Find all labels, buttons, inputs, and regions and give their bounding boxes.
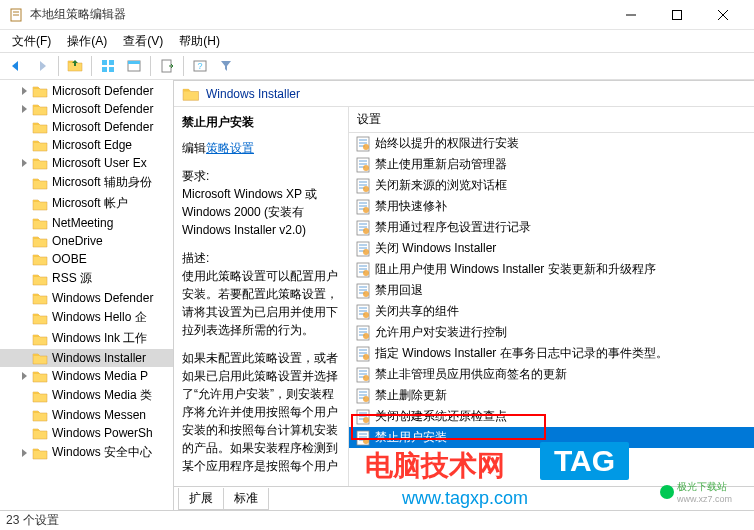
right-panel: Windows Installer 禁止用户安装 编辑策略设置 要求: Micr… xyxy=(174,80,754,510)
expand-icon[interactable] xyxy=(20,158,30,168)
expand-icon[interactable] xyxy=(20,334,30,344)
tree-item[interactable]: Microsoft Defender xyxy=(0,82,173,100)
menu-view[interactable]: 查看(V) xyxy=(115,31,171,52)
tree-item[interactable]: Microsoft Edge xyxy=(0,136,173,154)
expand-icon[interactable] xyxy=(20,122,30,132)
expand-icon[interactable] xyxy=(20,104,30,114)
expand-icon[interactable] xyxy=(20,199,30,209)
list-item[interactable]: 禁止删除更新 xyxy=(349,385,754,406)
list-item-label: 关闭 Windows Installer xyxy=(375,240,496,257)
tree-item[interactable]: Windows Media 类 xyxy=(0,385,173,406)
tree-item[interactable]: OOBE xyxy=(0,250,173,268)
list-item[interactable]: 禁止使用重新启动管理器 xyxy=(349,154,754,175)
filter-button[interactable] xyxy=(214,54,238,78)
toolbar: ? xyxy=(0,52,754,80)
policy-icon xyxy=(355,157,371,173)
up-button[interactable] xyxy=(63,54,87,78)
policy-icon xyxy=(355,199,371,215)
tree-item[interactable]: Windows Ink 工作 xyxy=(0,328,173,349)
expand-icon[interactable] xyxy=(20,236,30,246)
tab-extended[interactable]: 扩展 xyxy=(178,488,224,510)
list-item[interactable]: 禁止非管理员应用供应商签名的更新 xyxy=(349,364,754,385)
help-button[interactable]: ? xyxy=(188,54,212,78)
statusbar: 23 个设置 xyxy=(0,510,754,530)
minimize-button[interactable] xyxy=(608,0,654,30)
tab-standard[interactable]: 标准 xyxy=(223,488,269,510)
back-button[interactable] xyxy=(4,54,28,78)
list-item[interactable]: 始终以提升的权限进行安装 xyxy=(349,133,754,154)
expand-icon[interactable] xyxy=(20,428,30,438)
expand-icon[interactable] xyxy=(20,313,30,323)
list-item-label: 始终以提升的权限进行安装 xyxy=(375,135,519,152)
properties-button[interactable] xyxy=(122,54,146,78)
svg-rect-13 xyxy=(109,60,114,65)
list-item[interactable]: 禁止用户安装 xyxy=(349,427,754,448)
description-label: 描述: xyxy=(182,249,340,267)
expand-icon[interactable] xyxy=(20,353,30,363)
edit-prefix: 编辑 xyxy=(182,141,206,155)
settings-list-panel: 设置 始终以提升的权限进行安装禁止使用重新启动管理器关闭新来源的浏览对话框禁用快… xyxy=(349,107,754,486)
folder-icon xyxy=(32,408,48,422)
folder-icon xyxy=(32,234,48,248)
list-column-header[interactable]: 设置 xyxy=(349,107,754,133)
menu-action[interactable]: 操作(A) xyxy=(59,31,115,52)
tree-item-label: Windows 安全中心 xyxy=(52,444,152,461)
edit-policy-link[interactable]: 策略设置 xyxy=(206,141,254,155)
expand-icon[interactable] xyxy=(20,86,30,96)
description-text-2: 如果未配置此策略设置，或者如果已启用此策略设置并选择了“允许用户安装”，则安装程… xyxy=(182,349,340,475)
expand-icon[interactable] xyxy=(20,274,30,284)
content-title: Windows Installer xyxy=(206,87,300,101)
expand-icon[interactable] xyxy=(20,293,30,303)
list-item[interactable]: 关闭创建系统还原检查点 xyxy=(349,406,754,427)
tree-item[interactable]: Microsoft 辅助身份 xyxy=(0,172,173,193)
tree-item[interactable]: OneDrive xyxy=(0,232,173,250)
description-text-1: 使用此策略设置可以配置用户安装。若要配置此策略设置，请将其设置为已启用并使用下拉… xyxy=(182,267,340,339)
tree-item[interactable]: NetMeeting xyxy=(0,214,173,232)
close-button[interactable] xyxy=(700,0,746,30)
list-item[interactable]: 允许用户对安装进行控制 xyxy=(349,322,754,343)
policy-icon xyxy=(355,241,371,257)
export-button[interactable] xyxy=(155,54,179,78)
list-item[interactable]: 关闭 Windows Installer xyxy=(349,238,754,259)
menu-file[interactable]: 文件(F) xyxy=(4,31,59,52)
tree-item-label: Windows Installer xyxy=(52,351,146,365)
tree-item[interactable]: Windows Installer xyxy=(0,349,173,367)
forward-button[interactable] xyxy=(30,54,54,78)
expand-icon[interactable] xyxy=(20,218,30,228)
tree-item-label: RSS 源 xyxy=(52,270,92,287)
list-item[interactable]: 关闭新来源的浏览对话框 xyxy=(349,175,754,196)
requirements-label: 要求: xyxy=(182,167,340,185)
folder-icon xyxy=(32,426,48,440)
list-item[interactable]: 阻止用户使用 Windows Installer 安装更新和升级程序 xyxy=(349,259,754,280)
policy-icon xyxy=(355,304,371,320)
tree-item[interactable]: Microsoft Defender xyxy=(0,118,173,136)
tree-item[interactable]: Windows Defender xyxy=(0,289,173,307)
expand-icon[interactable] xyxy=(20,448,30,458)
tree-item[interactable]: Windows Media P xyxy=(0,367,173,385)
list-item[interactable]: 禁用回退 xyxy=(349,280,754,301)
tree-item[interactable]: Windows Hello 企 xyxy=(0,307,173,328)
tree-item[interactable]: Microsoft Defender xyxy=(0,100,173,118)
tree-item[interactable]: Windows PowerSh xyxy=(0,424,173,442)
folder-icon xyxy=(32,252,48,266)
list-item[interactable]: 禁用通过程序包设置进行记录 xyxy=(349,217,754,238)
tree-item[interactable]: Windows Messen xyxy=(0,406,173,424)
tree-item[interactable]: Windows 安全中心 xyxy=(0,442,173,463)
expand-icon[interactable] xyxy=(20,178,30,188)
expand-icon[interactable] xyxy=(20,371,30,381)
expand-icon[interactable] xyxy=(20,410,30,420)
tree-item[interactable]: Microsoft 帐户 xyxy=(0,193,173,214)
tree-item[interactable]: RSS 源 xyxy=(0,268,173,289)
list-item[interactable]: 禁用快速修补 xyxy=(349,196,754,217)
tree-panel[interactable]: Microsoft DefenderMicrosoft DefenderMicr… xyxy=(0,80,174,510)
show-options-button[interactable] xyxy=(96,54,120,78)
maximize-button[interactable] xyxy=(654,0,700,30)
expand-icon[interactable] xyxy=(20,140,30,150)
expand-icon[interactable] xyxy=(20,391,30,401)
tree-item-label: Microsoft Defender xyxy=(52,120,153,134)
menu-help[interactable]: 帮助(H) xyxy=(171,31,228,52)
list-item[interactable]: 指定 Windows Installer 在事务日志中记录的事件类型。 xyxy=(349,343,754,364)
list-item[interactable]: 关闭共享的组件 xyxy=(349,301,754,322)
expand-icon[interactable] xyxy=(20,254,30,264)
tree-item[interactable]: Microsoft User Ex xyxy=(0,154,173,172)
